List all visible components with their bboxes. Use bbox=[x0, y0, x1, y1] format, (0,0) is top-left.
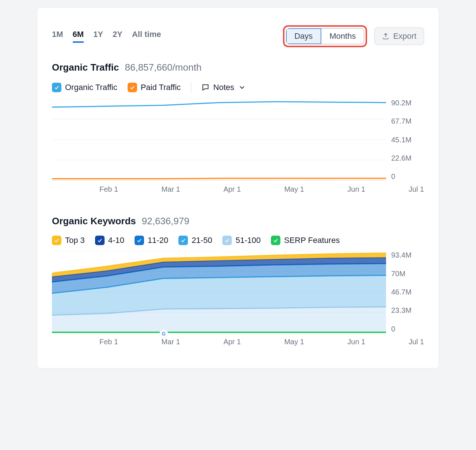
range-6m[interactable]: 6M bbox=[73, 30, 84, 43]
legend-11-20[interactable]: 11-20 bbox=[135, 236, 168, 245]
y-tick: 0 bbox=[391, 325, 424, 333]
granularity-toggle: Days Months bbox=[286, 28, 364, 44]
checkbox-icon bbox=[52, 83, 61, 92]
export-label: Export bbox=[393, 31, 416, 41]
x-tick: Apr 1 bbox=[223, 185, 241, 194]
y-tick: 22.6M bbox=[391, 154, 424, 162]
legend-label: SERP Features bbox=[284, 236, 340, 245]
x-tick: Jun 1 bbox=[347, 185, 365, 194]
y-tick: 90.2M bbox=[391, 99, 424, 107]
granularity-days[interactable]: Days bbox=[286, 29, 321, 44]
traffic-x-axis: Feb 1 Mar 1 Apr 1 May 1 Jun 1 Jul 1 bbox=[52, 185, 424, 194]
x-tick: Mar 1 bbox=[162, 338, 180, 346]
y-tick: 93.4M bbox=[391, 251, 424, 259]
y-tick: 0 bbox=[391, 172, 424, 181]
note-icon bbox=[201, 83, 209, 91]
y-tick: 45.1M bbox=[391, 136, 424, 144]
chevron-down-icon bbox=[238, 83, 246, 91]
checkbox-icon bbox=[128, 83, 137, 92]
checkbox-icon bbox=[271, 236, 280, 245]
keywords-title-row: Organic Keywords 92,636,979 bbox=[52, 215, 424, 227]
x-tick: Feb 1 bbox=[99, 185, 118, 194]
y-tick: 23.3M bbox=[391, 306, 424, 315]
x-tick: May 1 bbox=[284, 185, 304, 194]
keywords-legend: Top 3 4-10 11-20 21-50 51-100 SERP Featu… bbox=[52, 236, 424, 245]
legend-51-100[interactable]: 51-100 bbox=[222, 236, 261, 245]
export-button[interactable]: Export bbox=[374, 27, 424, 45]
granularity-highlight: Days Months bbox=[283, 25, 367, 47]
legend-label: 4-10 bbox=[108, 236, 124, 245]
keywords-title: Organic Keywords bbox=[52, 215, 136, 227]
top-bar: 1M 6M 1Y 2Y All time Days Months Export bbox=[52, 25, 424, 47]
notes-dropdown[interactable]: Notes bbox=[201, 83, 246, 92]
traffic-chart-canvas[interactable] bbox=[52, 99, 386, 181]
legend-label: Top 3 bbox=[65, 236, 85, 245]
range-2y[interactable]: 2Y bbox=[113, 30, 122, 43]
x-tick: Jul 1 bbox=[409, 338, 424, 346]
keywords-y-axis: 93.4M 70M 46.7M 23.3M 0 bbox=[386, 251, 424, 333]
traffic-metric: 86,857,660/month bbox=[125, 62, 202, 73]
granularity-months[interactable]: Months bbox=[321, 29, 364, 44]
x-tick: Feb 1 bbox=[99, 338, 118, 346]
x-tick: Jul 1 bbox=[409, 185, 424, 194]
legend-label: 11-20 bbox=[148, 236, 168, 245]
keywords-x-axis: Feb 1 Mar 1 Apr 1 May 1 Jun 1 Jul 1 bbox=[52, 338, 424, 346]
legend-paid-traffic[interactable]: Paid Traffic bbox=[128, 83, 181, 92]
right-controls: Days Months Export bbox=[283, 25, 424, 47]
x-tick: Apr 1 bbox=[223, 338, 241, 346]
x-tick: Mar 1 bbox=[162, 185, 180, 194]
keywords-chart: 93.4M 70M 46.7M 23.3M 0 Feb 1 Mar 1 Apr … bbox=[52, 251, 424, 346]
legend-divider bbox=[191, 82, 191, 93]
legend-label: Organic Traffic bbox=[65, 83, 117, 92]
traffic-title-row: Organic Traffic 86,857,660/month bbox=[52, 62, 424, 73]
y-tick: 46.7M bbox=[391, 288, 424, 296]
x-tick: May 1 bbox=[284, 338, 304, 346]
keywords-metric: 92,636,979 bbox=[142, 215, 189, 227]
analytics-card: 1M 6M 1Y 2Y All time Days Months Export … bbox=[37, 7, 439, 368]
legend-label: 21-50 bbox=[192, 236, 212, 245]
range-all[interactable]: All time bbox=[132, 30, 161, 43]
legend-21-50[interactable]: 21-50 bbox=[178, 236, 212, 245]
legend-label: Paid Traffic bbox=[141, 83, 181, 92]
checkbox-icon bbox=[222, 236, 232, 245]
traffic-chart: 90.2M 67.7M 45.1M 22.6M 0 Feb 1 Mar 1 Ap… bbox=[52, 99, 424, 194]
notes-label: Notes bbox=[213, 83, 234, 92]
traffic-legend: Organic Traffic Paid Traffic Notes bbox=[52, 82, 424, 93]
y-tick: 70M bbox=[391, 270, 424, 278]
x-tick: Jun 1 bbox=[347, 338, 365, 346]
checkbox-icon bbox=[135, 236, 144, 245]
legend-4-10[interactable]: 4-10 bbox=[95, 236, 124, 245]
traffic-title: Organic Traffic bbox=[52, 62, 119, 73]
legend-label: 51-100 bbox=[235, 236, 261, 245]
legend-organic-traffic[interactable]: Organic Traffic bbox=[52, 83, 117, 92]
y-tick: 67.7M bbox=[391, 117, 424, 125]
traffic-y-axis: 90.2M 67.7M 45.1M 22.6M 0 bbox=[386, 99, 424, 181]
export-icon bbox=[382, 33, 389, 40]
keywords-chart-canvas[interactable] bbox=[52, 251, 386, 333]
checkbox-icon bbox=[52, 236, 61, 245]
legend-serp-features[interactable]: SERP Features bbox=[271, 236, 340, 245]
checkbox-icon bbox=[178, 236, 188, 245]
range-1y[interactable]: 1Y bbox=[93, 30, 103, 43]
checkbox-icon bbox=[95, 236, 105, 245]
legend-top3[interactable]: Top 3 bbox=[52, 236, 85, 245]
range-1m[interactable]: 1M bbox=[52, 30, 63, 43]
time-range-tabs: 1M 6M 1Y 2Y All time bbox=[52, 30, 161, 43]
